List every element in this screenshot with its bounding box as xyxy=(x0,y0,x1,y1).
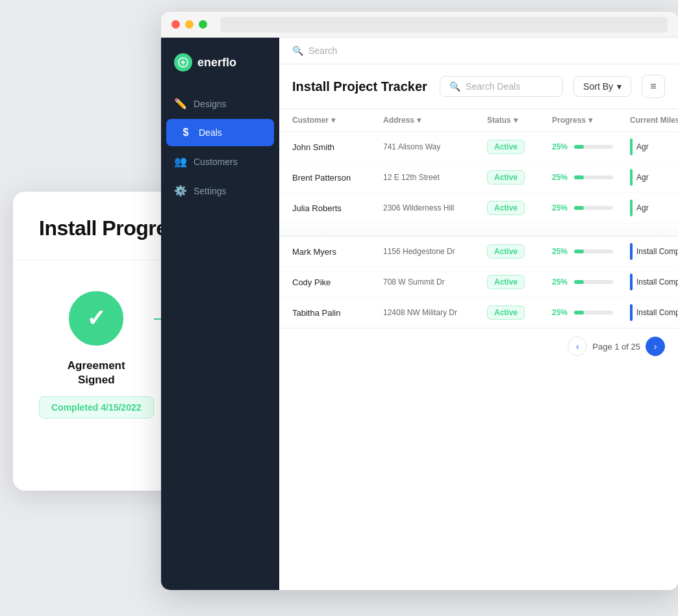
th-status-label: Status xyxy=(487,116,511,125)
th-milestone: Current Milestone ▾ xyxy=(630,116,678,125)
prev-page-button[interactable]: ‹ xyxy=(568,337,587,356)
filter-button[interactable]: ≡ xyxy=(642,75,665,98)
progress-bar-bg xyxy=(574,250,613,253)
milestone-cell: Install Complete xyxy=(630,274,678,290)
window-close-dot[interactable] xyxy=(171,20,180,29)
th-milestone-label: Current Milestone xyxy=(630,116,678,125)
cell-status: Active xyxy=(487,201,552,215)
milestone-dot xyxy=(630,304,633,321)
step-1-circle: ✓ xyxy=(69,291,123,346)
progress-bar-bg xyxy=(574,311,613,314)
cell-address: 1156 Hedgestone Dr xyxy=(383,247,487,256)
milestone-cell: Install Complete xyxy=(630,304,678,321)
progress-cell: 25% xyxy=(552,142,630,151)
cell-name: Mark Myers xyxy=(292,247,383,257)
table-row[interactable]: Mark Myers 1156 Hedgestone Dr Active 25% xyxy=(279,237,678,267)
cell-milestone: Agr xyxy=(630,138,678,155)
sort-button[interactable]: Sort By ▾ xyxy=(573,76,631,97)
cell-name: Cody Pike xyxy=(292,277,383,287)
progress-bar-fill xyxy=(574,145,584,149)
th-status: Status ▾ xyxy=(487,116,552,125)
cell-status: Active xyxy=(487,244,552,259)
table-row[interactable]: Tabitha Palin 12408 NW Military Dr Activ… xyxy=(279,298,678,328)
progress-bar-fill xyxy=(574,250,584,253)
sidebar-nav: ✏️ Designs $ Deals 👥 Customers ⚙️ Settin… xyxy=(161,90,279,205)
step-1: ✓ AgreementSigned Completed 4/15/2022 xyxy=(39,291,154,418)
tracker-title: Install Project Tracker xyxy=(292,79,429,94)
sidebar-item-deals[interactable]: $ Deals xyxy=(166,119,274,146)
th-address-label: Address xyxy=(383,116,414,125)
sidebar-item-designs[interactable]: ✏️ Designs xyxy=(161,90,279,118)
progress-bar-bg xyxy=(574,145,613,149)
search-deals-icon: 🔍 xyxy=(449,81,460,92)
milestone-dot xyxy=(630,199,633,216)
cell-name: Tabitha Palin xyxy=(292,308,383,318)
designs-icon: ✏️ xyxy=(174,97,187,110)
progress-cell: 25% xyxy=(552,277,630,287)
status-badge: Active xyxy=(487,201,525,215)
step-1-check-icon: ✓ xyxy=(86,305,106,332)
url-bar[interactable] xyxy=(220,17,668,32)
window-maximize-dot[interactable] xyxy=(199,20,207,29)
cell-progress: 25% xyxy=(552,247,630,256)
step-1-label: AgreementSigned xyxy=(54,359,138,387)
table-row[interactable]: John Smith 741 Alisons Way Active 25% xyxy=(279,132,678,162)
table-row[interactable]: Cody Pike 708 W Summit Dr Active 25% xyxy=(279,267,678,298)
progress-bar-fill xyxy=(574,206,584,210)
table-header: Customer ▾ Address ▾ Status ▾ Progress ▾ xyxy=(279,109,678,132)
table-gap xyxy=(279,224,678,237)
milestone-label: Install Complete xyxy=(636,247,678,256)
progress-bar-bg xyxy=(574,206,613,210)
progress-pct: 25% xyxy=(552,173,570,182)
cell-status: Active xyxy=(487,305,552,320)
th-customer-arrow: ▾ xyxy=(331,116,335,125)
progress-bar-fill xyxy=(574,280,584,284)
sort-chevron-icon: ▾ xyxy=(617,81,622,92)
milestone-label: Agr xyxy=(636,173,649,182)
milestone-dot xyxy=(630,243,633,260)
cell-milestone: Install Complete xyxy=(630,304,678,321)
data-table: Customer ▾ Address ▾ Status ▾ Progress ▾ xyxy=(279,109,678,590)
customers-icon: 👥 xyxy=(174,155,187,168)
deals-icon: $ xyxy=(179,127,192,138)
milestone-cell: Agr xyxy=(630,138,678,155)
main-content: 🔍 Search Install Project Tracker 🔍 Searc… xyxy=(279,38,678,590)
window-minimize-dot[interactable] xyxy=(185,20,194,29)
pagination: ‹ Page 1 of 25 › xyxy=(279,328,678,364)
cell-address: 12 E 12th Street xyxy=(383,173,487,182)
cell-address: 708 W Summit Dr xyxy=(383,277,487,287)
progress-pct: 25% xyxy=(552,142,570,151)
cell-progress: 25% xyxy=(552,173,630,182)
cell-milestone: Install Complete xyxy=(630,243,678,260)
filter-icon: ≡ xyxy=(650,81,656,92)
logo-icon xyxy=(174,53,192,71)
cell-progress: 25% xyxy=(552,203,630,212)
status-badge: Active xyxy=(487,170,525,185)
sidebar-label-designs: Designs xyxy=(194,99,227,109)
next-page-button[interactable]: › xyxy=(646,337,665,356)
global-search: 🔍 Search xyxy=(292,45,337,56)
sidebar-item-customers[interactable]: 👥 Customers xyxy=(161,148,279,175)
top-bar: 🔍 Search xyxy=(279,38,678,64)
sidebar: enerflo ✏️ Designs $ Deals 👥 Customers ⚙… xyxy=(161,38,279,590)
th-address: Address ▾ xyxy=(383,116,487,125)
cell-name: John Smith xyxy=(292,142,383,152)
search-icon: 🔍 xyxy=(292,45,303,56)
page-info: Page 1 of 25 xyxy=(592,342,640,352)
milestone-cell: Install Complete xyxy=(630,243,678,260)
th-progress: Progress ▾ xyxy=(552,116,630,125)
table-row[interactable]: Julia Roberts 2306 Wilderness Hill Activ… xyxy=(279,193,678,224)
table-row[interactable]: Brent Patterson 12 E 12th Street Active … xyxy=(279,162,678,193)
progress-bar-bg xyxy=(574,175,613,179)
search-deals-box[interactable]: 🔍 Search Deals xyxy=(440,76,563,97)
th-progress-label: Progress xyxy=(552,116,586,125)
sidebar-item-settings[interactable]: ⚙️ Settings xyxy=(161,177,279,205)
cell-milestone: Agr xyxy=(630,169,678,186)
cell-progress: 25% xyxy=(552,142,630,151)
milestone-cell: Agr xyxy=(630,199,678,216)
browser-window: enerflo ✏️ Designs $ Deals 👥 Customers ⚙… xyxy=(161,12,678,590)
progress-cell: 25% xyxy=(552,308,630,317)
status-badge: Active xyxy=(487,275,525,289)
search-deals-placeholder: Search Deals xyxy=(466,81,520,92)
status-badge: Active xyxy=(487,244,525,259)
